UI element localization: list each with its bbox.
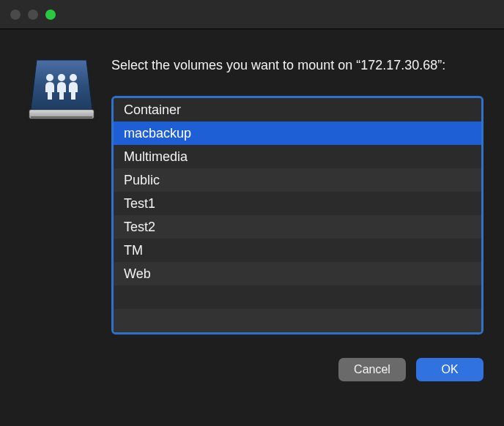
list-item[interactable] [114,285,481,309]
svg-rect-2 [31,116,92,118]
network-drive-icon [28,56,95,335]
volume-list[interactable]: ContainermacbackupMultimediaPublicTest1T… [111,96,483,335]
list-item[interactable] [114,309,481,332]
list-item[interactable]: Multimedia [114,145,481,168]
prompt-text: Select the volumes you want to mount on … [111,56,483,75]
zoom-icon[interactable] [45,10,56,20]
minimize-icon[interactable] [28,10,38,20]
list-item[interactable]: Container [114,98,481,122]
list-item[interactable]: Public [114,168,481,192]
list-item[interactable]: macbackup [114,122,481,145]
cancel-button[interactable]: Cancel [338,358,406,381]
svg-point-5 [70,74,77,81]
list-item[interactable]: Test2 [114,215,481,239]
list-item[interactable]: TM [114,239,481,262]
ok-button[interactable]: OK [416,358,483,381]
close-icon[interactable] [10,10,21,20]
svg-point-4 [58,74,65,81]
svg-point-3 [46,74,53,81]
list-item[interactable]: Test1 [114,192,481,215]
list-item[interactable]: Web [114,262,481,285]
window-titlebar [0,0,504,29]
